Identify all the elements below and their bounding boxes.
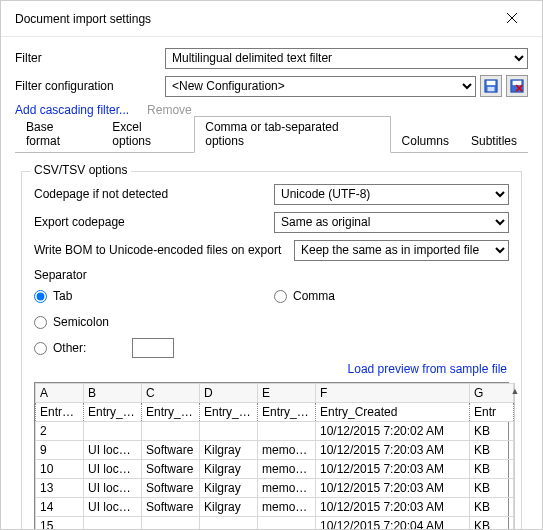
cell[interactable]: 10/12/2015 7:20:03 AM [316, 498, 470, 517]
preview-table[interactable]: ABCDEFG Entry_IDEntry_S...Entry_D...Entr… [35, 383, 514, 530]
tabs: Base formatExcel optionsComma or tab-sep… [15, 131, 528, 153]
codepage-select[interactable]: Unicode (UTF-8) [274, 184, 509, 205]
table-row[interactable]: Entry_IDEntry_S...Entry_D...Entry_Cl...E… [36, 403, 514, 422]
close-button[interactable] [492, 5, 532, 33]
save-config-button[interactable] [480, 75, 502, 97]
cell[interactable]: KB [470, 422, 514, 441]
tab-subtitles[interactable]: Subtitles [460, 130, 528, 153]
table-row[interactable]: 9UI locali...SoftwareKilgraymemoQ ...10/… [36, 441, 514, 460]
table-row[interactable]: 14UI locali...SoftwareKilgraymemoQ ...10… [36, 498, 514, 517]
cell[interactable]: 10 [36, 460, 84, 479]
cell[interactable]: Kilgray [200, 441, 258, 460]
cell[interactable]: 10/12/2015 7:20:03 AM [316, 479, 470, 498]
cell[interactable] [258, 422, 316, 441]
column-header[interactable]: D [200, 384, 258, 403]
cell[interactable] [84, 517, 142, 531]
tab-columns[interactable]: Columns [391, 130, 460, 153]
cell[interactable]: Kilgray [200, 498, 258, 517]
column-header[interactable]: C [142, 384, 200, 403]
add-cascading-filter-link[interactable]: Add cascading filter... [15, 103, 129, 117]
cell[interactable]: Kilgray [200, 479, 258, 498]
cell[interactable]: KB [470, 441, 514, 460]
cell[interactable]: Entry_S... [84, 403, 142, 422]
separator-tab-radio[interactable]: Tab [34, 286, 274, 306]
svg-rect-4 [488, 87, 495, 91]
column-header[interactable]: G [470, 384, 514, 403]
cell[interactable]: 2 [36, 422, 84, 441]
filter-select[interactable]: Multilingual delimited text filter [165, 48, 528, 69]
load-preview-link[interactable]: Load preview from sample file [34, 362, 507, 376]
cell[interactable]: KB [470, 498, 514, 517]
export-codepage-label: Export codepage [34, 215, 274, 229]
svg-rect-6 [513, 81, 522, 85]
cell[interactable] [142, 517, 200, 531]
cell[interactable] [258, 517, 316, 531]
separator-tab-label: Tab [53, 289, 72, 303]
cell[interactable]: KB [470, 460, 514, 479]
cell[interactable]: Entry_P... [258, 403, 316, 422]
cell[interactable]: UI locali... [84, 498, 142, 517]
cell[interactable]: 10/12/2015 7:20:03 AM [316, 460, 470, 479]
cell[interactable] [84, 422, 142, 441]
write-bom-label: Write BOM to Unicode-encoded files on ex… [34, 243, 294, 257]
cell[interactable] [142, 422, 200, 441]
column-header[interactable]: B [84, 384, 142, 403]
preview-scrollbar[interactable]: ▲ [514, 383, 515, 530]
codepage-label: Codepage if not detected [34, 187, 274, 201]
separator-semicolon-label: Semicolon [53, 315, 109, 329]
cell[interactable]: Software [142, 479, 200, 498]
cell[interactable]: Kilgray [200, 460, 258, 479]
column-header[interactable]: A [36, 384, 84, 403]
cell[interactable]: UI locali... [84, 479, 142, 498]
cell[interactable]: memoQ ... [258, 479, 316, 498]
column-header[interactable]: F [316, 384, 470, 403]
remove-filter-link: Remove [147, 103, 192, 117]
write-bom-select[interactable]: Keep the same as in imported file [294, 240, 509, 261]
cell[interactable]: UI locali... [84, 460, 142, 479]
separator-label: Separator [34, 268, 509, 282]
table-row[interactable]: 1510/12/2015 7:20:04 AMKB [36, 517, 514, 531]
tab-csv[interactable]: Comma or tab-separated options [194, 116, 390, 153]
cell[interactable]: KB [470, 517, 514, 531]
cell[interactable]: Software [142, 498, 200, 517]
separator-comma-label: Comma [293, 289, 335, 303]
svg-rect-3 [487, 81, 496, 85]
cell[interactable] [200, 517, 258, 531]
tab-excel[interactable]: Excel options [101, 116, 194, 153]
cell[interactable]: 10/12/2015 7:20:04 AM [316, 517, 470, 531]
cell[interactable]: 10/12/2015 7:20:02 AM [316, 422, 470, 441]
cell[interactable]: 14 [36, 498, 84, 517]
cell[interactable]: memoQ ... [258, 441, 316, 460]
cell[interactable]: Entry_Created [316, 403, 470, 422]
cell[interactable]: Entr [470, 403, 514, 422]
cell[interactable]: UI locali... [84, 441, 142, 460]
cell[interactable]: memoQ ... [258, 460, 316, 479]
separator-other-label: Other: [53, 341, 86, 355]
cell[interactable]: 15 [36, 517, 84, 531]
cell[interactable]: 9 [36, 441, 84, 460]
cell[interactable]: Entry_D... [142, 403, 200, 422]
separator-other-input[interactable] [132, 338, 174, 358]
table-row[interactable]: 10UI locali...SoftwareKilgraymemoQ ...10… [36, 460, 514, 479]
filter-config-select[interactable]: <New Configuration> [165, 76, 476, 97]
cell[interactable]: Software [142, 441, 200, 460]
column-header[interactable]: E [258, 384, 316, 403]
cell[interactable]: 13 [36, 479, 84, 498]
cell[interactable]: memoQ ... [258, 498, 316, 517]
table-row[interactable]: 13UI locali...SoftwareKilgraymemoQ ...10… [36, 479, 514, 498]
separator-comma-radio[interactable]: Comma [274, 286, 509, 306]
cell[interactable]: KB [470, 479, 514, 498]
table-row[interactable]: 210/12/2015 7:20:02 AMKB [36, 422, 514, 441]
filter-label: Filter [15, 51, 165, 65]
cell[interactable]: Software [142, 460, 200, 479]
delete-config-button[interactable] [506, 75, 528, 97]
cell[interactable] [200, 422, 258, 441]
export-codepage-select[interactable]: Same as original [274, 212, 509, 233]
csv-group-legend: CSV/TSV options [30, 163, 131, 177]
cell[interactable]: Entry_ID [36, 403, 84, 422]
tab-base[interactable]: Base format [15, 116, 101, 153]
cell[interactable]: 10/12/2015 7:20:03 AM [316, 441, 470, 460]
separator-other-radio[interactable]: Other: [34, 338, 274, 358]
cell[interactable]: Entry_Cl... [200, 403, 258, 422]
separator-semicolon-radio[interactable]: Semicolon [34, 312, 274, 332]
